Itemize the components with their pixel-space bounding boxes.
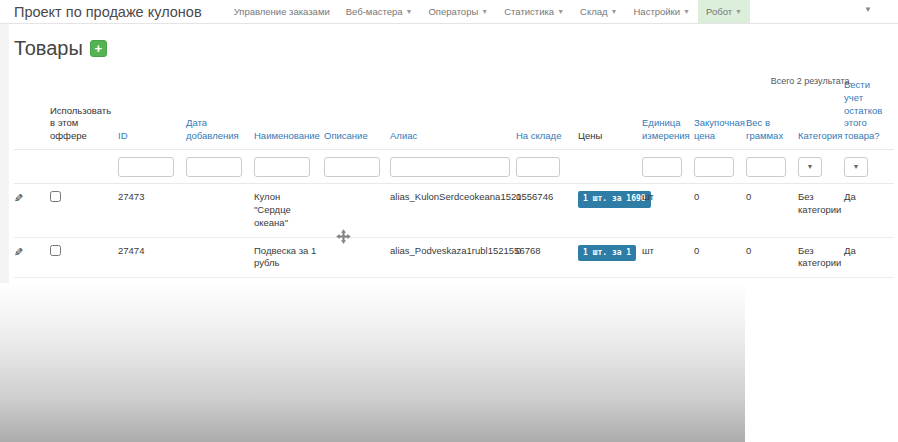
user-menu-caret-icon[interactable]: ▼ [864,5,872,14]
cell-unit: шт [642,237,694,278]
cell-description [324,184,390,237]
nav-item-operators[interactable]: Операторы ▼ [420,0,496,23]
nav-item-label: Веб-мастера [346,6,403,17]
results-count: Всего 2 результата. [771,76,852,86]
cell-purchase-price: 0 [694,237,746,278]
cell-date-added [186,237,254,278]
page-title: Товары [14,37,83,60]
filter-cell-empty [14,150,50,184]
nav-item-settings[interactable]: Настройки ▼ [626,0,699,23]
col-header-category[interactable]: Категория [798,77,844,150]
filter-input-unit[interactable] [642,157,682,177]
col-header-prices: Цены [578,77,642,150]
filter-cell-empty [50,150,118,184]
chevron-down-icon: ▼ [557,8,564,15]
chevron-down-icon: ▼ [683,8,690,15]
price-badge: 1 шт. за 1690 [578,191,651,208]
col-header-track-leftovers[interactable]: Вести учет остатков этого товара? [844,77,894,150]
table-row: ✎ 27473 Кулон "Сердце океана" alias_Kulo… [14,184,894,237]
filter-cell-empty [578,150,642,184]
filter-input-name[interactable] [254,157,310,177]
filter-select-category[interactable]: ▼ [798,157,822,177]
chevron-down-icon: ▼ [807,163,814,170]
use-in-offer-checkbox[interactable] [50,191,61,202]
brand-link[interactable]: Проект по продаже кулонов [14,4,202,20]
bottom-gradient-overlay [0,283,745,442]
filter-select-track-leftovers[interactable]: ▼ [844,157,868,177]
filter-input-purchase-price[interactable] [694,157,734,177]
nav-item-orders[interactable]: Управление заказами [226,0,338,23]
cell-category: Без категории [798,184,844,237]
left-edge-strip [0,24,9,284]
chevron-down-icon: ▼ [735,8,742,15]
chevron-down-icon: ▼ [481,8,488,15]
filter-input-weight[interactable] [746,157,786,177]
cell-alias: alias_KulonSerdceokeana1521556746 [390,184,516,237]
filter-input-alias[interactable] [390,157,510,177]
cell-purchase-price: 0 [694,184,746,237]
filter-input-description[interactable] [324,157,380,177]
edit-icon[interactable]: ✎ [14,245,23,260]
cell-track-leftovers: Да [844,184,894,237]
col-header-unit[interactable]: Единица измерения [642,77,694,150]
use-in-offer-checkbox[interactable] [50,245,61,256]
move-cursor-icon [336,229,351,244]
col-header-in-stock[interactable]: На складе [516,77,578,150]
col-header-date-added[interactable]: Дата добавления [186,77,254,150]
nav-item-warehouse[interactable]: Склад ▼ [572,0,625,23]
col-header-description[interactable]: Описание [324,77,390,150]
col-header-name[interactable]: Наименование [254,77,324,150]
col-header-edit [14,77,50,150]
filter-input-in-stock[interactable] [516,157,560,177]
cell-category: Без категории [798,237,844,278]
col-header-id[interactable]: ID [118,77,186,150]
col-header-alias[interactable]: Алиас [390,77,516,150]
cell-description [324,237,390,278]
nav-item-robot[interactable]: Робот ▼ [698,0,750,23]
nav-item-label: Статистика [504,6,554,17]
nav-item-label: Настройки [634,6,681,17]
table-row: ✎ 27474 Подвеска за 1 рубль alias_Podves… [14,237,894,278]
cell-weight: 0 [746,237,798,278]
products-page: Товары + Всего 2 результата. Использоват… [0,35,898,313]
cell-id: 27474 [118,237,186,278]
cell-name: Подвеска за 1 рубль [254,237,324,278]
nav-item-webmasters[interactable]: Веб-мастера ▼ [338,0,421,23]
navbar: Проект по продаже кулонов Управление зак… [0,0,898,24]
cell-in-stock: 0 [516,237,578,278]
cell-name: Кулон "Сердце океана" [254,184,324,237]
cell-unit: шт [642,184,694,237]
chevron-down-icon: ▼ [853,163,860,170]
nav-item-label: Операторы [428,6,478,17]
table-header-row: Использовать в этом оффере ID Дата добав… [14,77,894,150]
products-table: Использовать в этом оффере ID Дата добав… [14,77,894,278]
table-filter-row: ▼ ▼ [14,150,894,184]
col-header-weight[interactable]: Вес в граммах [746,77,798,150]
nav-item-label: Склад [580,6,608,17]
cell-alias: alias_Podveskaza1rubl1521556768 [390,237,516,278]
nav-item-label: Робот [706,6,732,17]
chevron-down-icon: ▼ [611,8,618,15]
col-header-use-in-offer: Использовать в этом оффере [50,77,118,150]
nav-item-label: Управление заказами [234,6,330,17]
filter-input-date-added[interactable] [186,157,242,177]
price-badge: 1 шт. за 1 [578,245,636,262]
cell-track-leftovers: Да [844,237,894,278]
app-window: Проект по продаже кулонов Управление зак… [0,0,898,442]
cell-id: 27473 [118,184,186,237]
cell-weight: 0 [746,184,798,237]
nav-item-statistics[interactable]: Статистика ▼ [496,0,572,23]
col-header-purchase-price[interactable]: Закупочная цена [694,77,746,150]
add-product-button[interactable]: + [90,40,107,57]
filter-input-id[interactable] [118,157,174,177]
edit-icon[interactable]: ✎ [14,191,23,206]
main-nav: Управление заказами Веб-мастера ▼ Операт… [226,0,750,23]
chevron-down-icon: ▼ [406,8,413,15]
cell-date-added [186,184,254,237]
